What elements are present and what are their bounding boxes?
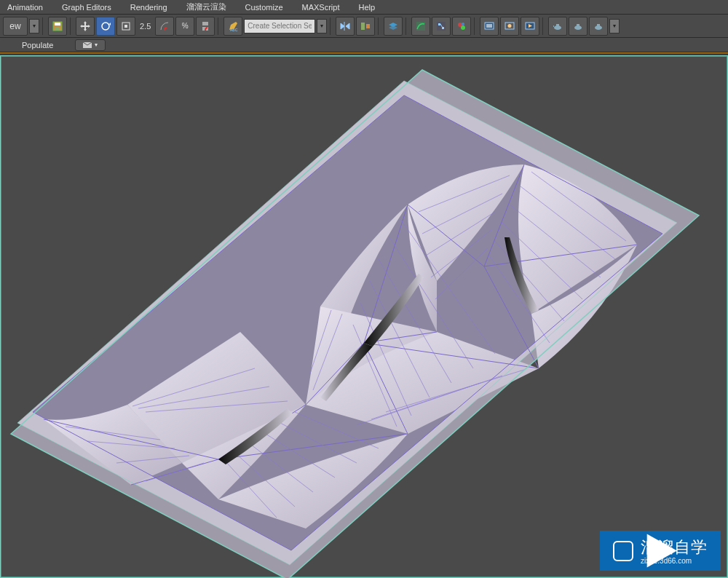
curve-editor-button[interactable] — [411, 17, 430, 36]
align-icon — [360, 20, 371, 32]
svg-rect-13 — [438, 23, 440, 25]
svg-rect-10 — [366, 24, 370, 28]
svg-rect-5 — [124, 25, 127, 28]
teapot-render-button[interactable] — [548, 17, 567, 36]
separator — [378, 17, 381, 35]
teapot-quick-button[interactable] — [589, 17, 608, 36]
spinner-value: 2.5 — [137, 22, 154, 31]
svg-rect-2 — [55, 27, 60, 30]
svg-point-18 — [462, 23, 464, 25]
material-editor-icon — [456, 20, 467, 32]
separator — [70, 17, 73, 35]
save-button[interactable] — [48, 17, 67, 36]
separator — [474, 17, 477, 35]
schematic-view-icon — [435, 20, 447, 32]
menu-help[interactable]: Help — [355, 1, 380, 13]
align-button[interactable] — [356, 17, 375, 36]
render-setup-icon — [483, 20, 495, 32]
render-setup-button[interactable] — [480, 17, 499, 36]
angle-snap-icon — [159, 20, 170, 32]
menu-animation[interactable]: Animation — [3, 1, 47, 13]
layer-button[interactable] — [384, 17, 403, 36]
edit-named-selection-button[interactable]: ABC — [223, 17, 242, 36]
edit-snap-icon: ABC — [227, 20, 239, 32]
svg-rect-6 — [202, 22, 208, 25]
selection-set-input[interactable] — [244, 19, 315, 33]
envelope-icon — [83, 42, 92, 48]
play-icon — [613, 541, 633, 561]
angle-snap-button[interactable] — [155, 17, 174, 36]
teapot-preview-button[interactable] — [569, 17, 587, 36]
rotate-icon — [100, 20, 111, 32]
render-dropdown-caret[interactable]: ▾ — [609, 19, 620, 33]
chevron-down-icon: ▾ — [95, 41, 98, 48]
watermark-subtitle: zixue.3d66.com — [641, 557, 708, 565]
menu-rendering[interactable]: Rendering — [126, 1, 172, 13]
render-frame-icon — [504, 20, 515, 32]
menu-customize[interactable]: Customize — [241, 1, 288, 13]
ribbon-separator — [0, 52, 728, 54]
menu-graph-editors[interactable]: Graph Editors — [58, 1, 116, 13]
svg-rect-11 — [416, 22, 425, 31]
percent-snap-icon: % — [182, 22, 189, 30]
render-frame-button[interactable] — [500, 17, 519, 36]
svg-text:ABC: ABC — [230, 28, 238, 32]
menu-cloud-render[interactable]: 溜溜云渲染 — [182, 0, 231, 14]
model-mesh — [0, 55, 728, 578]
curve-editor-icon — [415, 20, 427, 32]
svg-rect-25 — [556, 24, 559, 26]
separator — [405, 17, 408, 35]
save-icon — [52, 20, 63, 32]
view-dropdown[interactable]: ew — [3, 17, 28, 36]
watermark-badge: 溜溜自学 zixue.3d66.com — [600, 531, 721, 571]
teapot-render-icon — [552, 20, 563, 32]
material-editor-button[interactable] — [452, 17, 471, 36]
menu-maxscript[interactable]: MAXScript — [298, 1, 344, 13]
scale-button[interactable] — [116, 17, 135, 36]
svg-rect-1 — [55, 23, 60, 25]
mirror-icon — [339, 20, 351, 32]
teapot-quick-icon — [593, 20, 604, 32]
move-icon — [79, 20, 91, 32]
separator — [218, 17, 221, 35]
svg-rect-27 — [577, 24, 579, 26]
layer-icon — [387, 20, 399, 32]
spinner-snap-icon — [199, 20, 211, 32]
render-button[interactable] — [521, 17, 539, 36]
svg-rect-29 — [597, 24, 600, 26]
render-icon — [524, 20, 536, 32]
schematic-view-button[interactable] — [432, 17, 451, 36]
svg-point-22 — [508, 24, 512, 28]
perspective-viewport[interactable]: 溜溜自学 zixue.3d66.com — [0, 55, 728, 578]
svg-point-3 — [102, 23, 109, 30]
populate-dropdown[interactable]: ▾ — [75, 39, 106, 51]
separator — [330, 17, 333, 35]
separator — [42, 17, 45, 35]
percent-snap-button[interactable]: % — [175, 17, 194, 36]
selection-set-dropdown[interactable]: ▾ — [317, 19, 327, 33]
teapot-preview-icon — [572, 20, 584, 32]
separator — [542, 17, 545, 35]
spinner-snap-button[interactable] — [196, 17, 215, 36]
move-button[interactable] — [76, 17, 95, 36]
menu-bar: Animation Graph Editors Rendering 溜溜云渲染 … — [0, 0, 728, 15]
svg-rect-9 — [361, 23, 365, 30]
scale-icon — [120, 20, 132, 32]
view-dropdown-caret[interactable]: ▾ — [29, 19, 39, 33]
svg-point-17 — [461, 25, 465, 30]
populate-label[interactable]: Populate — [22, 41, 53, 50]
sub-toolbar: Populate ▾ — [0, 38, 728, 52]
rotate-button[interactable] — [96, 17, 115, 36]
main-toolbar: ew ▾ 2.5 % ABC ▾ — [0, 15, 728, 38]
mirror-button[interactable] — [336, 17, 355, 36]
svg-rect-12 — [437, 22, 446, 31]
svg-rect-20 — [486, 24, 492, 28]
